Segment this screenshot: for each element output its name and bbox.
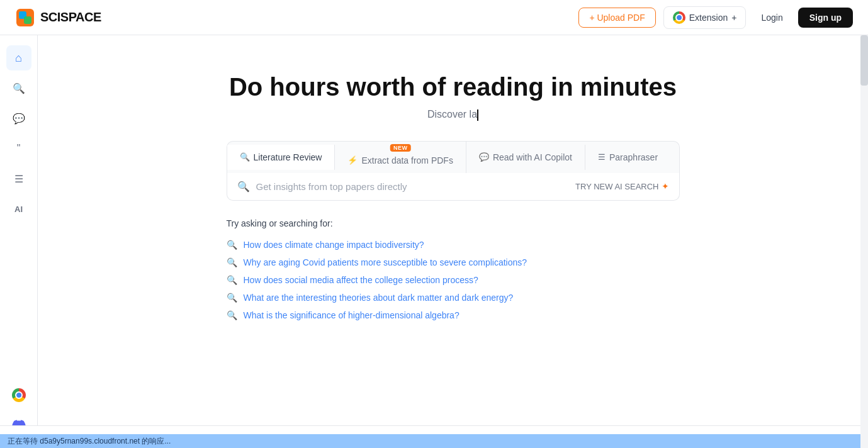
hero-title: Do hours worth of reading in minutes <box>229 73 677 101</box>
brand-area: SCISPACE <box>15 8 101 28</box>
navbar-actions: + Upload PDF Extension + Login Sign up <box>578 6 853 29</box>
sidebar-item-ai[interactable]: AI <box>6 196 31 221</box>
sidebar-item-list[interactable]: ☰ <box>6 166 31 191</box>
copilot-tab-icon: 💬 <box>479 152 489 162</box>
home-icon: ⌂ <box>15 52 22 65</box>
suggestion-item[interactable]: 🔍 Why are aging Covid patients more susc… <box>227 254 680 271</box>
scrollbar-thumb[interactable] <box>860 35 868 86</box>
paraphraser-tab-icon: ☰ <box>598 152 606 162</box>
extract-tab-icon: ⚡ <box>347 155 358 165</box>
sidebar-item-chrome[interactable] <box>6 383 31 408</box>
suggestions-section: Try asking or searching for: 🔍 How does … <box>227 218 680 324</box>
search-box: 🔍 TRY NEW AI SEARCH ✦ <box>227 173 680 201</box>
chat-icon: 💬 <box>13 113 25 125</box>
suggestion-text-4: What are the interesting theories about … <box>244 293 514 303</box>
text-cursor <box>477 109 478 121</box>
suggestion-search-icon-4: 🔍 <box>227 293 237 303</box>
quote-icon: " <box>17 143 21 154</box>
main-content: Do hours worth of reading in minutes Dis… <box>38 35 868 448</box>
suggestion-search-icon-3: 🔍 <box>227 275 237 285</box>
extension-plus: + <box>731 13 736 23</box>
suggestions-title: Try asking or searching for: <box>227 218 680 228</box>
ai-icon: AI <box>14 204 23 214</box>
scrollbar-track[interactable] <box>860 35 868 448</box>
signup-button[interactable]: Sign up <box>798 8 853 28</box>
tabs-container: 🔍 Literature Review NEW ⚡ Extract data f… <box>227 141 680 173</box>
extension-button[interactable]: Extension + <box>663 6 747 29</box>
suggestion-text-3: How does social media affect the college… <box>244 275 478 285</box>
sidebar-item-quote[interactable]: " <box>6 136 31 161</box>
suggestion-text-2: Why are aging Covid patients more suscep… <box>244 257 527 267</box>
suggestion-search-icon-1: 🔍 <box>227 240 237 250</box>
login-button[interactable]: Login <box>753 8 790 27</box>
status-text: 正在等待 d5a9y5rnan99s.cloudfront.net 的响应... <box>8 436 171 447</box>
suggestion-search-icon-5: 🔍 <box>227 310 237 320</box>
search-box-icon: 🔍 <box>237 181 250 193</box>
suggestion-text-1: How does climate change impact biodivers… <box>244 240 424 250</box>
suggestion-search-icon-2: 🔍 <box>227 257 237 267</box>
sparkle-icon: ✦ <box>662 181 669 191</box>
tab-literature-review[interactable]: 🔍 Literature Review <box>227 145 335 170</box>
chrome-icon <box>673 11 685 24</box>
logo-icon <box>15 8 35 28</box>
suggestion-text-5: What is the significance of higher-dimen… <box>244 310 459 320</box>
tab-paraphraser[interactable]: ☰ Paraphraser <box>585 145 670 170</box>
suggestion-item[interactable]: 🔍 How does social media affect the colle… <box>227 271 680 289</box>
chrome-browser-icon <box>12 388 26 402</box>
try-new-ai-button[interactable]: TRY NEW AI SEARCH ✦ <box>575 181 668 191</box>
try-new-label: TRY NEW AI SEARCH <box>575 182 658 191</box>
tab-read-copilot[interactable]: 💬 Read with AI Copilot <box>466 145 585 170</box>
search-icon: 🔍 <box>13 82 25 94</box>
suggestion-item[interactable]: 🔍 How does climate change impact biodive… <box>227 236 680 254</box>
svg-rect-2 <box>24 16 31 24</box>
upload-pdf-button[interactable]: + Upload PDF <box>578 8 655 28</box>
sidebar-item-chat[interactable]: 💬 <box>6 106 31 131</box>
search-tab-icon: 🔍 <box>240 152 250 162</box>
extension-label: Extension <box>689 13 728 23</box>
list-icon: ☰ <box>14 173 23 185</box>
search-input[interactable] <box>256 181 570 192</box>
sidebar: ⌂ 🔍 💬 " ☰ AI <box>0 35 38 448</box>
navbar: SCISPACE + Upload PDF Extension + Login … <box>0 0 868 35</box>
suggestion-item[interactable]: 🔍 What is the significance of higher-dim… <box>227 306 680 324</box>
brand-name: SCISPACE <box>40 10 101 25</box>
sidebar-item-home[interactable]: ⌂ <box>6 45 31 70</box>
suggestion-item[interactable]: 🔍 What are the interesting theories abou… <box>227 289 680 306</box>
new-badge: NEW <box>390 144 411 152</box>
tab-extract-data[interactable]: NEW ⚡ Extract data from PDFs <box>335 142 466 173</box>
hero-subtitle: Discover la <box>427 109 478 121</box>
sidebar-item-search[interactable]: 🔍 <box>6 76 31 101</box>
status-bar: 正在等待 d5a9y5rnan99s.cloudfront.net 的响应... <box>0 434 868 448</box>
